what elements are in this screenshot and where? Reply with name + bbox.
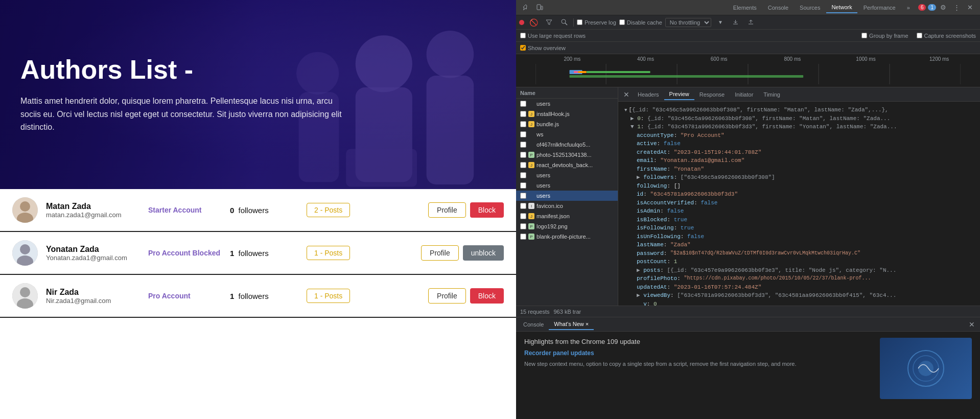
author-name: Yonatan Zada [46,245,148,254]
feature-illustration [895,343,956,394]
file-type-icon: J [528,162,534,168]
file-item[interactable]: P logo192.png [516,221,618,231]
file-checkbox[interactable] [520,162,526,168]
file-checkbox[interactable] [520,172,526,178]
group-by-frame-checkbox[interactable]: Group by frame [861,33,908,39]
file-item-selected[interactable]: users [516,191,618,201]
json-line: password : "$2a$10$nT47dQ/R2baWVuZ/tDTMf… [624,249,974,258]
author-row: Matan Zada matan.zada1@gmail.com Starter… [0,189,516,232]
tab-console[interactable]: Console [763,3,794,13]
throttle-add-icon[interactable]: ▼ [714,16,727,29]
transfer-size: 963 kB trar [553,309,581,315]
file-checkbox[interactable] [520,121,526,127]
show-overview-checkbox[interactable]: Show overview [520,45,566,51]
author-row: Nir Zada Nir.zada1@gmail.com Pro Account… [0,275,516,318]
whats-new-heading: Highlights from the Chrome 109 update [524,338,872,345]
file-item[interactable]: ws [516,129,618,139]
author-info: Yonatan Zada Yonatan.zada1@gmail.com [46,245,148,262]
throttle-select[interactable]: No throttling [665,18,711,27]
file-checkbox[interactable] [520,203,526,209]
file-item[interactable]: J bundle.js [516,119,618,129]
tab-console-bottom[interactable]: Console [518,319,549,330]
json-line: ▼ 1 : {_id: "63c45781a99626063bb0f3d3", … [624,123,974,131]
file-item[interactable]: P blank-profile-picture... [516,231,618,242]
file-name: of467rnlkfncfuulqo5... [536,142,590,148]
profile-button[interactable]: Profile [428,288,466,304]
file-item[interactable]: users [516,99,618,109]
tab-network[interactable]: Network [826,2,857,13]
clear-button[interactable]: 🚫 [527,16,540,29]
export-icon[interactable] [745,16,757,29]
expand-icon[interactable] [624,106,628,114]
profile-button[interactable]: Profile [421,245,459,261]
import-icon[interactable] [730,16,742,29]
file-checkbox[interactable] [520,193,526,199]
file-checkbox[interactable] [520,152,526,158]
tab-timing[interactable]: Timing [758,89,785,100]
file-checkbox[interactable] [520,182,526,189]
record-button[interactable] [519,20,524,25]
filter-icon[interactable] [543,16,555,29]
file-checkbox[interactable] [520,101,526,107]
status-bar: 15 requests 963 kB trar [516,306,980,317]
author-row: Yonatan Zada Yonatan.zada1@gmail.com Pro… [0,232,516,275]
json-viewer: [ {_id: "63c456c5a99626063bb0f308", firs… [618,102,980,306]
block-button[interactable]: Block [470,288,504,304]
more-icon[interactable]: ⋮ [950,2,963,14]
file-checkbox[interactable] [520,131,526,137]
use-large-rows-checkbox[interactable]: Use large request rows [520,33,586,39]
tab-whats-new[interactable]: What's New × [549,319,594,330]
waterfall-chart [516,64,980,84]
json-line: lastName : "Zada" [624,241,974,249]
file-item[interactable]: P photo-15251304138... [516,150,618,160]
device-toggle-icon[interactable] [533,2,546,14]
inspect-icon[interactable] [520,2,532,14]
file-item[interactable]: J manifest.json [516,211,618,221]
block-button[interactable]: Block [470,202,504,218]
svg-point-18 [562,19,566,24]
file-checkbox[interactable] [520,142,526,148]
timeline-label-800: 800 ms [756,56,829,62]
file-checkbox[interactable] [520,111,526,117]
tab-performance[interactable]: Performance [858,3,901,13]
file-name: users [536,172,550,178]
capture-screenshots-checkbox[interactable]: Capture screenshots [917,33,976,39]
file-type-icon: I [528,203,534,209]
tab-sources[interactable]: Sources [795,3,825,13]
file-name: photo-15251304138... [536,152,592,158]
file-checkbox[interactable] [520,223,526,229]
unblock-button[interactable]: unblock [463,245,504,261]
settings-icon[interactable]: ⚙ [937,2,949,14]
file-checkbox[interactable] [520,234,526,240]
preserve-log-checkbox[interactable]: Preserve log [577,19,616,26]
tab-preview[interactable]: Preview [664,89,694,100]
tab-more[interactable]: » [902,3,915,13]
followers-count: 0 [230,206,234,215]
tab-headers[interactable]: Headers [633,89,664,100]
file-item[interactable]: J react_devtools_back... [516,160,618,170]
file-checkbox[interactable] [520,213,526,219]
tab-initiator[interactable]: Initiator [730,89,758,100]
file-item[interactable]: I favicon.ico [516,201,618,211]
svg-point-2 [426,31,474,78]
svg-rect-30 [578,71,587,73]
close-bottom-panel-icon[interactable]: ✕ [966,320,978,329]
file-item[interactable]: users [516,180,618,191]
search-icon[interactable] [558,16,570,29]
posts-badge: 2 - Posts [307,203,350,217]
disable-cache-checkbox[interactable]: Disable cache [619,19,662,26]
profile-button[interactable]: Profile [428,202,466,218]
author-actions: Profile Block [428,288,504,304]
tab-elements[interactable]: Elements [728,3,762,13]
file-type-icon: J [528,121,534,127]
file-name: blank-profile-picture... [536,234,591,240]
avatar [12,197,38,223]
file-type-icon [528,101,534,107]
preview-panel: ✕ Headers Preview Response Initiator Tim… [618,87,980,306]
file-item[interactable]: J installHook.js [516,109,618,119]
file-item[interactable]: users [516,170,618,180]
tab-response[interactable]: Response [694,89,730,100]
close-devtools-icon[interactable]: ✕ [964,2,976,14]
file-item[interactable]: of467rnlkfncfuulqo5... [516,139,618,150]
close-preview-icon[interactable]: ✕ [620,90,633,99]
